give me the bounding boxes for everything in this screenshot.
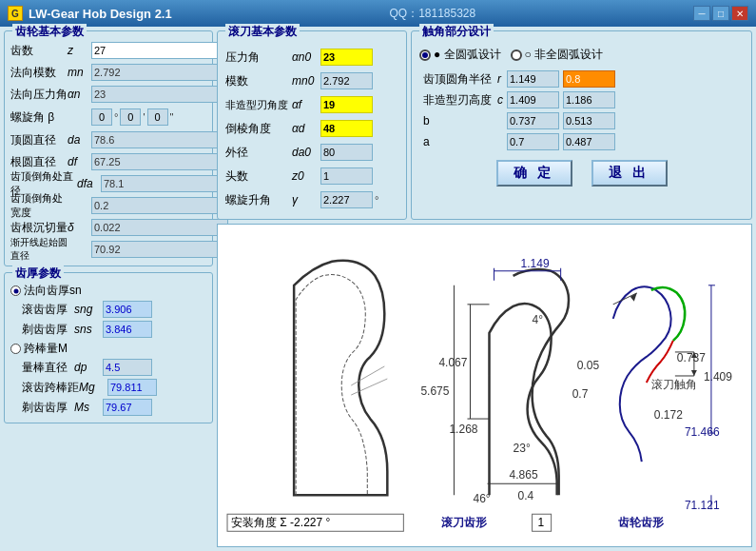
- label-dfawidth: 齿顶倒角处宽度: [10, 191, 68, 220]
- input-af[interactable]: [320, 96, 373, 113]
- sym-da0: da0: [292, 146, 320, 159]
- label-df: 根圆直径: [10, 154, 68, 170]
- input-mn0[interactable]: [320, 72, 373, 89]
- sym-an0: αn0: [292, 50, 320, 64]
- touch-sym-c: c: [495, 89, 505, 110]
- input-z[interactable]: [91, 42, 228, 59]
- title-bar: G LW-Gear Hob Design 2.1 QQ：181185328 ─ …: [0, 0, 756, 27]
- helix-unit-deg: °: [114, 111, 118, 123]
- close-button[interactable]: ✕: [731, 6, 748, 21]
- input-da0[interactable]: [320, 144, 373, 161]
- touch-sym-a: [495, 131, 505, 152]
- input-b2[interactable]: [563, 112, 615, 129]
- label-an0: 压力角: [225, 49, 292, 66]
- dim-23deg-label: 23°: [514, 442, 531, 455]
- radio-span[interactable]: 跨棒量M: [10, 341, 206, 357]
- gamma-unit: °: [375, 194, 378, 206]
- dim-005-label: 0.05: [577, 359, 600, 372]
- hob-corner-label: 滚刀触角: [651, 378, 697, 391]
- sym-dp: dp: [74, 361, 103, 374]
- label-mn0: 模数: [225, 73, 292, 89]
- dim-0737-label: 0.737: [677, 351, 706, 364]
- label-involute: 渐开线起始圆直径: [10, 236, 68, 263]
- input-b1[interactable]: [507, 112, 559, 129]
- label-delta: 齿根沉切量: [10, 220, 68, 236]
- input-a2[interactable]: [563, 133, 615, 150]
- app-icon: G: [8, 6, 23, 21]
- partial-arc-dot: [511, 49, 522, 61]
- maximize-button[interactable]: □: [712, 6, 729, 21]
- label-gamma: 螺旋升角: [225, 192, 292, 208]
- touch-label-r: 齿顶圆角半径: [419, 69, 495, 89]
- label-mn: 法向模数: [10, 65, 68, 81]
- sym-dfa: dfa: [77, 177, 101, 190]
- dim-4865-label: 4.865: [510, 468, 538, 482]
- input-df[interactable]: [91, 153, 228, 170]
- sym-sng: sng: [74, 303, 103, 316]
- radio-normal-tooth[interactable]: 法向齿厚sn: [10, 283, 206, 299]
- action-buttons: 确 定 退 出: [419, 160, 744, 187]
- dim-4deg-label: 4°: [533, 313, 544, 326]
- qq-info: QQ：181185328: [389, 6, 475, 22]
- radio-normal-dot: [10, 285, 21, 296]
- sym-ad: αd: [292, 122, 320, 135]
- input-helix-deg[interactable]: [91, 108, 112, 126]
- input-delta[interactable]: [91, 219, 228, 236]
- touch-title: 触角部分设计: [419, 24, 494, 40]
- sym-z0: z0: [292, 169, 320, 183]
- input-an[interactable]: [91, 86, 228, 103]
- input-da[interactable]: [91, 131, 228, 148]
- input-a1[interactable]: [507, 133, 559, 150]
- partial-arc-radio[interactable]: ○ 非全圆弧设计: [511, 47, 604, 63]
- touch-label-c: 非造型刃高度: [419, 89, 495, 110]
- input-an0[interactable]: [320, 49, 373, 66]
- input-c1[interactable]: [507, 91, 559, 108]
- sym-delta: δ: [68, 221, 91, 234]
- dim-4067-label: 4.067: [438, 356, 467, 369]
- sym-gamma: γ: [292, 193, 320, 207]
- label-dp: 量棒直径: [22, 360, 74, 376]
- input-helix-min[interactable]: [120, 108, 141, 126]
- input-z0[interactable]: [320, 167, 373, 185]
- label-af: 非造型刃角度: [225, 98, 292, 112]
- label-z: 齿数: [10, 43, 68, 59]
- confirm-button[interactable]: 确 定: [496, 160, 572, 187]
- sym-mn: mn: [68, 66, 91, 79]
- input-mn[interactable]: [91, 64, 228, 81]
- dim-1268-label: 1.268: [449, 423, 477, 436]
- input-helix-sec[interactable]: [147, 108, 168, 126]
- tooth-thickness-section: 齿厚参数 法向齿厚sn 滚齿齿厚 sng 剃齿齿厚 sns: [4, 272, 213, 423]
- dim-1409-label: 1.409: [704, 370, 732, 384]
- input-sns[interactable]: [103, 321, 152, 338]
- input-r1[interactable]: [507, 70, 559, 88]
- input-gamma[interactable]: [320, 191, 373, 208]
- touch-sym-r: r: [495, 69, 505, 89]
- cancel-button[interactable]: 退 出: [591, 160, 668, 187]
- sym-sns: sns: [74, 323, 103, 336]
- gear-params-title: 齿轮基本参数: [12, 24, 87, 40]
- partial-arc-label: ○ 非全圆弧设计: [525, 47, 604, 63]
- label-sng: 滚齿齿厚: [22, 302, 74, 318]
- install-angle-label: 安装角度 Σ -2.227 °: [231, 516, 331, 529]
- input-involute[interactable]: [91, 241, 228, 258]
- gear-tooth-label: 齿轮齿形: [618, 516, 665, 529]
- minimize-button[interactable]: ─: [693, 6, 710, 21]
- input-ms[interactable]: [103, 399, 152, 416]
- input-dfawidth[interactable]: [91, 197, 228, 214]
- label-z0: 头数: [225, 168, 292, 185]
- touch-sym-b: [495, 110, 505, 131]
- touch-label-a: a: [419, 131, 495, 152]
- diagram-num1: 1: [538, 516, 545, 529]
- input-c2[interactable]: [563, 91, 615, 108]
- input-dp[interactable]: [103, 359, 152, 376]
- input-ad[interactable]: [320, 120, 373, 137]
- label-da0: 外径: [225, 145, 292, 161]
- input-r2[interactable]: [563, 70, 615, 88]
- dim-46deg-label: 46°: [473, 492, 490, 505]
- full-arc-radio[interactable]: ● 全圆弧设计: [419, 47, 501, 63]
- dim-5675-label: 5.675: [420, 384, 449, 398]
- dim-71466-label: 71.466: [685, 425, 720, 439]
- input-mg[interactable]: [107, 379, 157, 396]
- label-beta: 螺旋角 β: [10, 109, 68, 126]
- input-sng[interactable]: [103, 301, 152, 318]
